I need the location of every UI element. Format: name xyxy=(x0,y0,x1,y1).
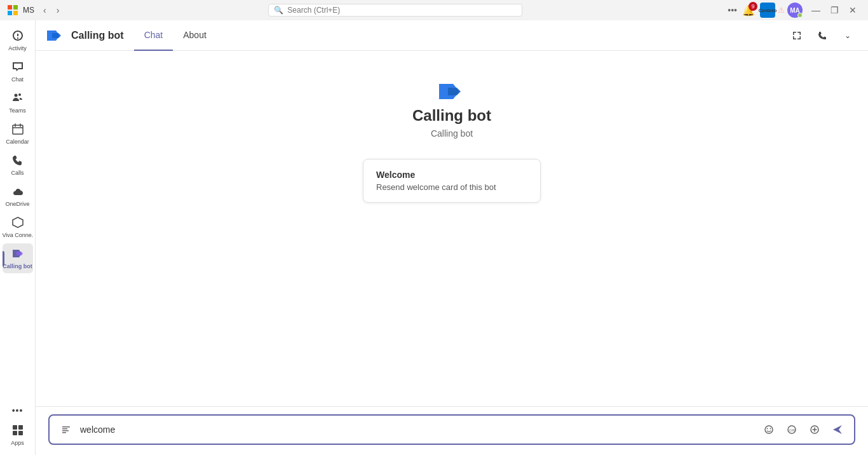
app-container: Activity Chat Teams Calendar Calls xyxy=(0,20,868,455)
more-options-button[interactable]: ••• xyxy=(728,5,737,15)
bot-name-large: Calling bot xyxy=(412,107,491,125)
svg-rect-6 xyxy=(13,125,23,134)
svg-text:GIF: GIF xyxy=(789,428,796,432)
sidebar-item-chat[interactable]: Chat xyxy=(3,57,33,86)
activity-icon xyxy=(11,29,24,44)
more-icon: ••• xyxy=(12,406,24,415)
calendar-label: Calendar xyxy=(6,139,29,145)
bot-avatar-large xyxy=(437,76,467,107)
teams-icon xyxy=(11,92,24,106)
nav-buttons: ‹ › xyxy=(39,4,63,17)
svg-rect-3 xyxy=(13,11,18,15)
message-input[interactable]: welcome xyxy=(80,424,755,435)
welcome-card-title: Welcome xyxy=(376,170,527,180)
call-button[interactable] xyxy=(812,25,832,46)
back-button[interactable]: ‹ xyxy=(39,4,50,17)
gif-button[interactable]: GIF xyxy=(783,421,801,438)
chat-messages: Calling bot Calling bot Welcome Resend w… xyxy=(36,51,868,406)
chevron-button[interactable]: ⌄ xyxy=(837,25,858,46)
bell-icon: 🔔 9 xyxy=(742,4,755,17)
search-icon: 🔍 xyxy=(274,6,283,15)
viva-label: Viva Conne... xyxy=(3,232,33,238)
svg-point-4 xyxy=(14,94,17,97)
search-input[interactable] xyxy=(287,6,517,15)
svg-rect-11 xyxy=(18,425,23,430)
apps-label: Apps xyxy=(11,440,24,446)
close-button[interactable]: ✕ xyxy=(845,4,860,17)
svg-marker-9 xyxy=(17,252,23,255)
onedrive-label: OneDrive xyxy=(5,201,29,207)
svg-marker-17 xyxy=(448,88,461,95)
sidebar-item-teams[interactable]: Teams xyxy=(3,88,33,118)
bot-subtitle: Calling bot xyxy=(431,128,473,139)
teams-label: Teams xyxy=(9,107,26,114)
title-bar: MS ‹ › 🔍 ••• 🔔 9 Contoso ⚠ MA — xyxy=(0,0,868,20)
warning-icon: ⚠ xyxy=(778,6,785,15)
activity-label: Activity xyxy=(8,45,27,51)
forward-button[interactable]: › xyxy=(53,4,64,17)
tab-chat[interactable]: Chat xyxy=(134,20,173,51)
sidebar-item-calendar[interactable]: Calendar xyxy=(3,119,33,149)
svg-marker-15 xyxy=(52,33,61,38)
svg-rect-10 xyxy=(13,425,17,430)
top-bar-right: ⌄ xyxy=(787,25,858,46)
ms-logo xyxy=(8,5,18,15)
user-avatar-area: MA xyxy=(787,3,803,18)
svg-point-19 xyxy=(767,428,768,430)
welcome-card-description: Resend welcome card of this bot xyxy=(376,182,527,192)
tab-bar: Chat About xyxy=(134,20,217,51)
message-input-box: welcome GIF xyxy=(48,414,855,445)
sidebar-item-onedrive[interactable]: OneDrive xyxy=(3,181,33,211)
callingbot-label: Calling bot xyxy=(3,263,32,269)
send-button[interactable] xyxy=(829,421,846,438)
chat-area: Calling bot Calling bot Welcome Resend w… xyxy=(36,51,868,455)
tab-about[interactable]: About xyxy=(173,20,217,51)
emoji-button[interactable] xyxy=(760,421,778,438)
welcome-card: Welcome Resend welcome card of this bot xyxy=(363,159,541,203)
svg-point-5 xyxy=(18,93,21,96)
attach-button[interactable] xyxy=(806,421,824,438)
notification-count: 9 xyxy=(749,2,757,11)
sidebar-item-apps[interactable]: Apps xyxy=(3,420,33,450)
app-name: MS xyxy=(23,6,34,15)
sidebar-item-more[interactable]: ••• xyxy=(3,402,33,419)
bot-logo xyxy=(46,27,64,44)
callingbot-icon xyxy=(11,247,24,262)
chat-label: Chat xyxy=(11,76,24,83)
apps-icon xyxy=(11,424,24,438)
title-bar-right: ••• 🔔 9 Contoso ⚠ MA — ❐ ✕ xyxy=(728,3,860,18)
content-area: Calling bot Chat About ⌄ xyxy=(36,20,868,455)
restore-button[interactable]: ❐ xyxy=(827,4,843,17)
calls-label: Calls xyxy=(11,170,24,176)
viva-icon xyxy=(11,216,24,231)
chat-icon xyxy=(11,60,24,75)
search-box[interactable]: 🔍 xyxy=(268,4,522,17)
contoso-avatar: Contoso xyxy=(760,3,775,18)
svg-rect-2 xyxy=(8,11,12,15)
notification-bell-area[interactable]: 🔔 9 xyxy=(742,4,755,17)
svg-rect-13 xyxy=(18,431,23,435)
user-area[interactable]: Contoso ⚠ MA xyxy=(760,3,803,18)
sidebar-item-calls[interactable]: Calls xyxy=(3,150,33,180)
window-controls: — ❐ ✕ xyxy=(808,4,860,17)
calendar-icon xyxy=(11,123,24,137)
svg-point-20 xyxy=(770,428,771,430)
calls-icon xyxy=(11,154,24,168)
onedrive-icon xyxy=(11,185,24,200)
sidebar: Activity Chat Teams Calendar Calls xyxy=(0,20,36,455)
bot-header: Calling bot Calling bot xyxy=(412,76,491,139)
sidebar-item-callingbot[interactable]: Calling bot xyxy=(3,243,33,273)
title-bar-left: MS ‹ › xyxy=(8,4,63,17)
minimize-button[interactable]: — xyxy=(808,4,824,17)
format-button[interactable] xyxy=(57,421,75,438)
svg-rect-0 xyxy=(8,5,12,10)
top-bar: Calling bot Chat About ⌄ xyxy=(36,20,868,51)
svg-marker-7 xyxy=(13,217,23,228)
bot-title: Calling bot xyxy=(71,30,124,41)
sidebar-item-viva[interactable]: Viva Conne... xyxy=(3,212,33,242)
svg-point-18 xyxy=(765,426,773,433)
svg-rect-12 xyxy=(13,431,17,435)
sidebar-item-activity[interactable]: Activity xyxy=(3,25,33,55)
expand-button[interactable] xyxy=(787,25,807,46)
message-input-area: welcome GIF xyxy=(36,406,868,455)
